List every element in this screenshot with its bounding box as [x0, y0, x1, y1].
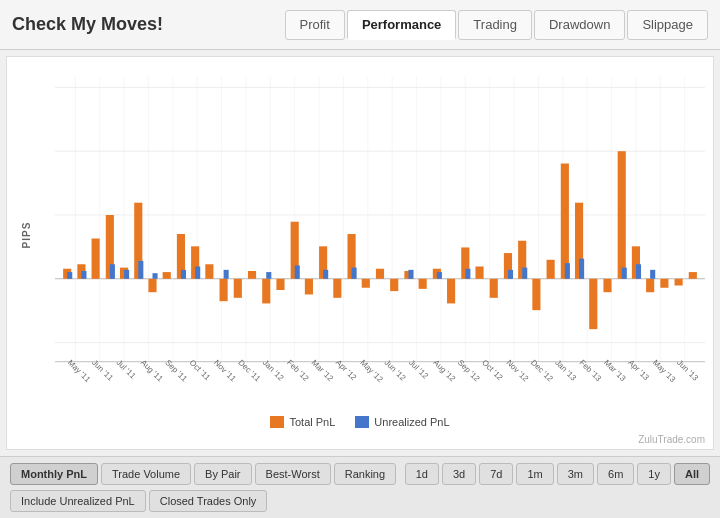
tab-bar: Profit Performance Trading Drawdown Slip…	[285, 10, 708, 40]
svg-rect-79	[660, 279, 668, 288]
svg-rect-99	[522, 268, 527, 279]
control-row-2: Include Unrealized PnL Closed Trades Onl…	[10, 490, 710, 512]
svg-text:Aug '12: Aug '12	[431, 358, 457, 384]
btn-1y[interactable]: 1y	[637, 463, 671, 485]
svg-rect-43	[148, 279, 156, 292]
svg-rect-44	[163, 272, 171, 279]
svg-rect-90	[224, 270, 229, 279]
svg-rect-76	[618, 151, 626, 279]
svg-rect-85	[124, 270, 129, 279]
svg-rect-97	[465, 269, 470, 279]
btn-ranking[interactable]: Ranking	[334, 463, 396, 485]
right-btn-group: 1d 3d 7d 1m 3m 6m 1y All	[405, 463, 710, 485]
svg-rect-80	[675, 279, 683, 286]
svg-text:Nov '11: Nov '11	[212, 358, 238, 384]
svg-rect-59	[376, 269, 384, 279]
svg-rect-50	[248, 271, 256, 279]
btn-monthly-pnl[interactable]: Monthly PnL	[10, 463, 98, 485]
btn-by-pair[interactable]: By Pair	[194, 463, 251, 485]
filter-btn-group: Include Unrealized PnL Closed Trades Onl…	[10, 490, 267, 512]
svg-rect-54	[305, 279, 313, 295]
btn-3m[interactable]: 3m	[557, 463, 594, 485]
svg-text:Jan '12: Jan '12	[261, 358, 286, 383]
legend-total-pnl-color	[270, 416, 284, 428]
svg-text:Oct '11: Oct '11	[188, 358, 213, 382]
svg-rect-87	[153, 273, 158, 279]
svg-text:Mar '12: Mar '12	[310, 358, 336, 383]
svg-text:Mar '13: Mar '13	[602, 358, 628, 383]
btn-closed-trades[interactable]: Closed Trades Only	[149, 490, 268, 512]
legend-unrealized-pnl: Unrealized PnL	[355, 416, 449, 428]
svg-rect-84	[110, 264, 115, 279]
btn-3d[interactable]: 3d	[442, 463, 476, 485]
svg-rect-52	[276, 279, 284, 290]
legend-total-pnl-label: Total PnL	[289, 416, 335, 428]
tab-profit[interactable]: Profit	[285, 10, 345, 40]
svg-rect-96	[437, 272, 442, 279]
svg-rect-70	[532, 279, 540, 310]
svg-text:Jun '12: Jun '12	[383, 358, 408, 383]
tab-drawdown[interactable]: Drawdown	[534, 10, 625, 40]
main-container: Check My Moves! Profit Performance Tradi…	[0, 0, 720, 518]
svg-text:May '13: May '13	[651, 358, 678, 384]
svg-text:Apr '13: Apr '13	[626, 358, 651, 382]
svg-rect-103	[636, 264, 641, 279]
svg-rect-62	[419, 279, 427, 289]
svg-rect-56	[333, 279, 341, 298]
btn-6m[interactable]: 6m	[597, 463, 634, 485]
svg-text:May '11: May '11	[66, 358, 93, 384]
left-btn-group: Monthly PnL Trade Volume By Pair Best-Wo…	[10, 463, 396, 485]
btn-all[interactable]: All	[674, 463, 710, 485]
btn-trade-volume[interactable]: Trade Volume	[101, 463, 191, 485]
svg-rect-93	[323, 270, 328, 279]
svg-rect-104	[650, 270, 655, 279]
page-title: Check My Moves!	[12, 14, 163, 35]
svg-text:Aug '11: Aug '11	[139, 358, 165, 384]
tab-trading[interactable]: Trading	[458, 10, 532, 40]
svg-rect-75	[603, 279, 611, 292]
svg-text:Apr '12: Apr '12	[334, 358, 359, 382]
btn-include-unrealized[interactable]: Include Unrealized PnL	[10, 490, 146, 512]
svg-text:Feb '13: Feb '13	[578, 358, 604, 383]
chart-wrapper: PIPS 3k 2k 1k 0 -1k	[7, 57, 713, 412]
header: Check My Moves! Profit Performance Tradi…	[0, 0, 720, 50]
svg-rect-72	[561, 164, 569, 279]
btn-best-worst[interactable]: Best-Worst	[255, 463, 331, 485]
svg-rect-66	[475, 266, 483, 278]
btn-1m[interactable]: 1m	[516, 463, 553, 485]
svg-rect-83	[81, 271, 86, 279]
svg-text:Jan '13: Jan '13	[553, 358, 578, 383]
svg-rect-86	[138, 261, 143, 279]
svg-rect-71	[547, 260, 555, 279]
tab-performance[interactable]: Performance	[347, 10, 456, 40]
svg-text:Jun '11: Jun '11	[90, 358, 115, 383]
svg-rect-88	[181, 270, 186, 279]
svg-text:Jul '11: Jul '11	[115, 358, 138, 381]
svg-rect-82	[67, 272, 72, 279]
svg-rect-81	[689, 272, 697, 279]
svg-text:Sep '11: Sep '11	[163, 358, 189, 384]
svg-rect-94	[352, 268, 357, 279]
chart-area: PIPS 3k 2k 1k 0 -1k	[6, 56, 714, 450]
btn-7d[interactable]: 7d	[479, 463, 513, 485]
tab-slippage[interactable]: Slippage	[627, 10, 708, 40]
svg-rect-58	[362, 279, 370, 288]
svg-rect-78	[646, 279, 654, 292]
svg-text:Jun '13: Jun '13	[675, 358, 700, 383]
watermark: ZuluTrade.com	[7, 432, 713, 449]
legend-total-pnl: Total PnL	[270, 416, 335, 428]
svg-text:Nov '12: Nov '12	[505, 358, 531, 384]
svg-text:Feb '12: Feb '12	[285, 358, 311, 383]
svg-rect-47	[205, 264, 213, 279]
svg-text:Oct '12: Oct '12	[480, 358, 505, 382]
svg-rect-102	[622, 268, 627, 279]
svg-rect-64	[447, 279, 455, 304]
control-row-1: Monthly PnL Trade Volume By Pair Best-Wo…	[10, 463, 710, 485]
btn-1d[interactable]: 1d	[405, 463, 439, 485]
legend-unrealized-pnl-label: Unrealized PnL	[374, 416, 449, 428]
svg-rect-91	[266, 272, 271, 279]
chart-legend: Total PnL Unrealized PnL	[7, 412, 713, 432]
svg-rect-51	[262, 279, 270, 304]
svg-text:Dec '12: Dec '12	[529, 358, 555, 384]
svg-rect-39	[92, 239, 100, 279]
